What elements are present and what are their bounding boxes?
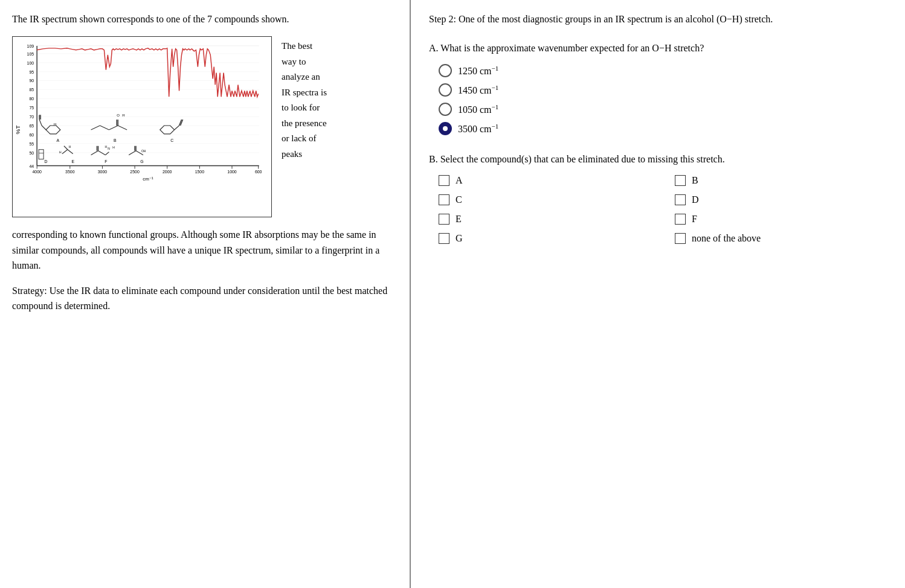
svg-text:OH: OH [141, 150, 146, 153]
svg-text:H: H [112, 146, 115, 149]
radio-options-a: 1250 cm−1 1450 cm−1 1050 cm−1 3500 cm−1 [429, 64, 887, 135]
svg-text:O: O [117, 113, 120, 117]
svg-text:70: 70 [29, 115, 34, 119]
svg-text:65: 65 [29, 124, 34, 128]
checkbox-label-d: D [692, 194, 699, 205]
question-a-label: A. What is the approximate wavenumber ex… [429, 41, 887, 56]
svg-text:E: E [71, 159, 74, 164]
checkbox-a[interactable]: A [439, 175, 651, 186]
svg-text:105: 105 [27, 52, 34, 56]
chart-section: %T 109 105 100 95 90 85 [12, 36, 391, 217]
checkbox-sq-b[interactable] [675, 175, 686, 186]
svg-text:75: 75 [29, 106, 34, 110]
checkbox-sq-f[interactable] [675, 214, 686, 225]
step-header: Step 2: One of the most diagnostic group… [429, 12, 887, 27]
checkbox-label-none: none of the above [692, 233, 761, 244]
checkbox-label-g: G [456, 233, 463, 244]
checkbox-label-b: B [692, 175, 698, 186]
checkbox-e[interactable]: E [439, 214, 651, 225]
ir-spectrum-chart: %T 109 105 100 95 90 85 [12, 36, 272, 217]
checkbox-sq-c[interactable] [439, 194, 449, 205]
checkbox-sq-e[interactable] [439, 214, 449, 225]
svg-text:3500: 3500 [65, 170, 75, 174]
checkbox-label-f: F [692, 214, 697, 225]
svg-text:%T: %T [14, 126, 21, 135]
radio-option-a4[interactable]: 3500 cm−1 [439, 122, 887, 135]
intro-text: The IR spectrum shown corresponds to one… [12, 12, 391, 27]
svg-text:50: 50 [29, 151, 34, 155]
checkbox-label-c: C [456, 194, 462, 205]
left-panel: The IR spectrum shown corresponds to one… [0, 0, 411, 588]
radio-circle-a4[interactable] [439, 122, 452, 135]
svg-text:H: H [54, 123, 56, 126]
checkbox-grid: A B C D E [429, 175, 887, 244]
svg-text:3000: 3000 [98, 170, 108, 174]
body-text: corresponding to known functional groups… [12, 227, 391, 273]
svg-text:90: 90 [29, 78, 34, 83]
checkbox-sq-none[interactable] [675, 233, 686, 244]
right-panel: Step 2: One of the most diagnostic group… [411, 0, 905, 588]
svg-text:G: G [140, 159, 143, 164]
svg-text:B: B [114, 138, 117, 142]
svg-text:600: 600 [255, 170, 262, 174]
svg-text:H: H [69, 145, 71, 149]
svg-text:95: 95 [29, 70, 34, 74]
svg-text:F: F [105, 159, 107, 164]
radio-circle-a3[interactable] [439, 103, 452, 116]
svg-text:C: C [170, 138, 173, 142]
svg-text:cm⁻¹: cm⁻¹ [143, 176, 153, 182]
svg-text:A: A [57, 138, 60, 142]
checkbox-none[interactable]: none of the above [675, 233, 887, 244]
checkbox-b[interactable]: B [675, 175, 887, 186]
svg-text:55: 55 [29, 142, 34, 146]
question-b-section: B. Select the compound(s) that can be el… [429, 152, 887, 244]
radio-option-a1[interactable]: 1250 cm−1 [439, 64, 887, 77]
checkbox-g[interactable]: G [439, 233, 651, 244]
svg-text:H: H [59, 151, 62, 154]
radio-label-a4: 3500 cm−1 [458, 123, 498, 135]
svg-text:109: 109 [27, 44, 34, 48]
checkbox-sq-g[interactable] [439, 233, 449, 244]
radio-label-a1: 1250 cm−1 [458, 65, 498, 77]
checkbox-f[interactable]: F [675, 214, 887, 225]
radio-label-a3: 1050 cm−1 [458, 103, 498, 115]
checkbox-label-a: A [456, 175, 463, 186]
checkbox-sq-a[interactable] [439, 175, 449, 186]
svg-rect-0 [13, 37, 271, 217]
svg-text:2500: 2500 [130, 170, 140, 174]
radio-option-a3[interactable]: 1050 cm−1 [439, 103, 887, 116]
svg-text:1000: 1000 [227, 170, 237, 174]
question-b-label: B. Select the compound(s) that can be el… [429, 152, 887, 167]
checkbox-c[interactable]: C [439, 194, 651, 205]
svg-text:N: N [108, 147, 110, 150]
radio-circle-a1[interactable] [439, 64, 452, 77]
svg-text:2000: 2000 [163, 170, 172, 174]
svg-text:1500: 1500 [195, 170, 205, 174]
svg-text:44: 44 [29, 164, 34, 168]
checkbox-d[interactable]: D [675, 194, 887, 205]
question-a-section: A. What is the approximate wavenumber ex… [429, 41, 887, 135]
strategy-text: Strategy: Use the IR data to eliminate e… [12, 283, 391, 314]
svg-text:60: 60 [29, 133, 34, 137]
svg-text:H: H [105, 145, 107, 149]
radio-circle-a2[interactable] [439, 83, 452, 97]
svg-text:100: 100 [27, 61, 34, 65]
svg-text:4000: 4000 [32, 170, 42, 174]
svg-text:85: 85 [29, 88, 34, 92]
chart-description: The best way to analyze an IR spectra is… [282, 36, 327, 217]
checkbox-label-e: E [456, 214, 462, 225]
svg-text:80: 80 [29, 97, 34, 101]
svg-text:D: D [45, 159, 48, 164]
checkbox-sq-d[interactable] [675, 194, 686, 205]
radio-label-a2: 1450 cm−1 [458, 84, 498, 96]
radio-option-a2[interactable]: 1450 cm−1 [439, 83, 887, 97]
svg-text:H: H [122, 113, 124, 117]
